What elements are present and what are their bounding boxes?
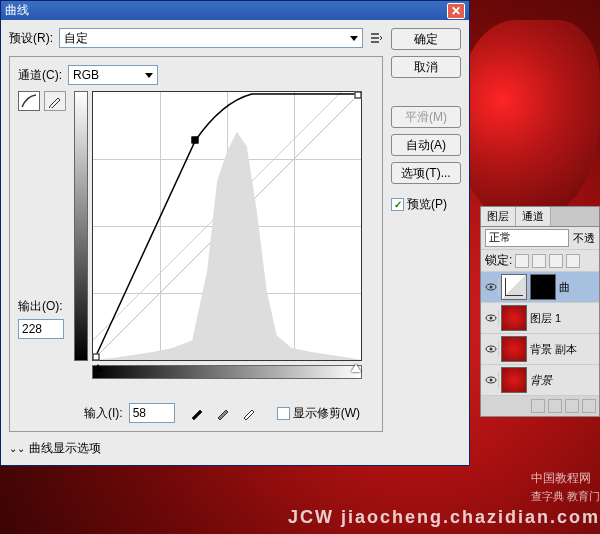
layer-item[interactable]: 曲 bbox=[481, 272, 599, 303]
mask-icon[interactable] bbox=[565, 399, 579, 413]
curve-graph[interactable] bbox=[92, 91, 362, 361]
chevron-down-icon bbox=[350, 36, 358, 41]
ok-button[interactable]: 确定 bbox=[391, 28, 461, 50]
checkbox-icon: ✓ bbox=[391, 198, 404, 211]
curve-black-point[interactable] bbox=[92, 354, 99, 361]
expand-options[interactable]: ⌄⌄ 曲线显示选项 bbox=[9, 440, 383, 457]
lock-all-icon[interactable] bbox=[566, 254, 580, 268]
dialog-title: 曲线 bbox=[5, 2, 447, 19]
visibility-icon[interactable] bbox=[483, 341, 499, 357]
layer-thumbnail bbox=[501, 367, 527, 393]
preview-checkbox[interactable]: ✓ 预览(P) bbox=[391, 196, 461, 213]
expand-chevron-icon: ⌄⌄ bbox=[9, 443, 25, 454]
white-eyedropper-icon[interactable] bbox=[241, 405, 261, 421]
svg-point-1 bbox=[489, 286, 492, 289]
svg-point-7 bbox=[489, 379, 492, 382]
input-input[interactable] bbox=[129, 403, 175, 423]
curve-tool-button[interactable] bbox=[18, 91, 40, 111]
preset-select[interactable]: 自定 bbox=[59, 28, 363, 48]
checkbox-icon bbox=[277, 407, 290, 420]
visibility-icon[interactable] bbox=[483, 279, 499, 295]
lock-label: 锁定: bbox=[485, 252, 512, 269]
curves-dialog: 曲线 ✕ 预设(R): 自定 通道(C): RGB bbox=[0, 0, 470, 466]
opacity-label: 不透 bbox=[573, 231, 595, 246]
layers-panel: 图层 通道 正常 不透 锁定: 曲 图层 1 背景 副本 背景 bbox=[480, 206, 600, 417]
layer-name: 背景 bbox=[530, 373, 597, 388]
lock-pixels-icon[interactable] bbox=[532, 254, 546, 268]
layer-mask-thumbnail bbox=[530, 274, 556, 300]
layer-thumbnail bbox=[501, 336, 527, 362]
close-button[interactable]: ✕ bbox=[447, 3, 465, 19]
options-button[interactable]: 选项(T)... bbox=[391, 162, 461, 184]
input-label: 输入(I): bbox=[84, 405, 123, 422]
chevron-down-icon bbox=[145, 73, 153, 78]
black-slider[interactable] bbox=[93, 364, 103, 372]
layer-item[interactable]: 背景 副本 bbox=[481, 334, 599, 365]
lock-position-icon[interactable] bbox=[549, 254, 563, 268]
pencil-tool-button[interactable] bbox=[44, 91, 66, 111]
fx-icon[interactable] bbox=[548, 399, 562, 413]
channel-label: 通道(C): bbox=[18, 67, 62, 84]
tab-channels[interactable]: 通道 bbox=[516, 207, 551, 226]
output-input[interactable] bbox=[18, 319, 64, 339]
horizontal-gradient bbox=[92, 365, 362, 379]
channel-select[interactable]: RGB bbox=[68, 65, 158, 85]
preset-label: 预设(R): bbox=[9, 30, 53, 47]
vertical-gradient bbox=[74, 91, 88, 361]
watermark-cn: 中国教程网 查字典 教育门 bbox=[531, 469, 600, 504]
curve-container: 通道(C): RGB bbox=[9, 56, 383, 432]
panel-footer bbox=[481, 396, 599, 416]
preset-menu-icon[interactable] bbox=[369, 31, 383, 45]
curve-white-point[interactable] bbox=[355, 91, 362, 98]
layer-thumbnail bbox=[501, 305, 527, 331]
layer-name: 图层 1 bbox=[530, 311, 597, 326]
watermark-en: JCW jiaocheng.chazidian.com bbox=[288, 507, 600, 528]
lock-transparent-icon[interactable] bbox=[515, 254, 529, 268]
layer-name: 背景 副本 bbox=[530, 342, 597, 357]
output-label: 输出(O): bbox=[18, 298, 68, 315]
white-slider[interactable] bbox=[351, 364, 361, 372]
tab-layers[interactable]: 图层 bbox=[481, 207, 516, 226]
svg-point-3 bbox=[489, 317, 492, 320]
visibility-icon[interactable] bbox=[483, 310, 499, 326]
smooth-button: 平滑(M) bbox=[391, 106, 461, 128]
show-clip-checkbox[interactable]: 显示修剪(W) bbox=[277, 405, 360, 422]
curve-line bbox=[93, 92, 361, 360]
black-eyedropper-icon[interactable] bbox=[189, 405, 209, 421]
curve-control-point[interactable] bbox=[191, 137, 198, 144]
adjustment-icon[interactable] bbox=[582, 399, 596, 413]
layer-item[interactable]: 图层 1 bbox=[481, 303, 599, 334]
link-icon[interactable] bbox=[531, 399, 545, 413]
auto-button[interactable]: 自动(A) bbox=[391, 134, 461, 156]
titlebar[interactable]: 曲线 ✕ bbox=[1, 1, 469, 20]
visibility-icon[interactable] bbox=[483, 372, 499, 388]
blend-mode-select[interactable]: 正常 bbox=[485, 229, 569, 247]
cancel-button[interactable]: 取消 bbox=[391, 56, 461, 78]
gray-eyedropper-icon[interactable] bbox=[215, 405, 235, 421]
svg-point-5 bbox=[489, 348, 492, 351]
layer-item[interactable]: 背景 bbox=[481, 365, 599, 396]
layer-thumbnail bbox=[501, 274, 527, 300]
panel-tabs: 图层 通道 bbox=[481, 207, 599, 227]
layer-name: 曲 bbox=[559, 280, 597, 295]
